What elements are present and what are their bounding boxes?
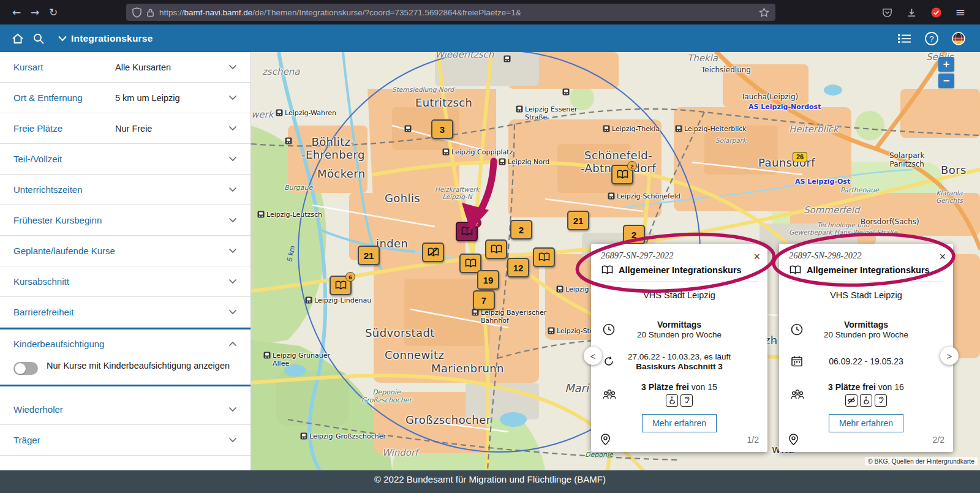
extension-icon[interactable]: [927, 4, 944, 21]
mehr-erfahren-button[interactable]: Mehr erfahren: [642, 414, 717, 432]
clock-icon: [790, 323, 804, 336]
course-marker[interactable]: 7: [473, 290, 495, 310]
map-label-text: Taucha(Leipzig): [741, 92, 798, 101]
close-icon[interactable]: ×: [753, 251, 760, 262]
star-icon[interactable]: [759, 7, 769, 18]
map-station-label: Leipzig-Leutzsch: [257, 211, 322, 219]
course-marker[interactable]: [485, 239, 507, 259]
people-icon: [790, 388, 805, 401]
location-pin-icon[interactable]: [788, 433, 799, 446]
hearing-icon: [680, 394, 693, 407]
map-label-text: Marienbrunn: [431, 362, 504, 375]
calendar-icon: [790, 355, 804, 368]
kinderbeaufsichtigung-toggle[interactable]: [13, 362, 38, 375]
browser-toolbar: ← → ↻ https://bamf-navi.bamf.de/de/Theme…: [0, 0, 980, 24]
filter-row-unterrichtszeiten[interactable]: Unterrichtszeiten: [0, 175, 251, 205]
chevron-down-icon[interactable]: [58, 36, 67, 42]
url-text[interactable]: https://bamf-navi.bamf.de/de/Themen/Inte…: [159, 8, 754, 17]
url-bar[interactable]: https://bamf-navi.bamf.de/de/Themen/Inte…: [126, 4, 775, 21]
map-label-text: Thekla: [687, 53, 718, 64]
map-place-label: Eutritzsch: [415, 96, 472, 109]
course-provider: VHS Stadt Leipzig: [601, 290, 758, 300]
filter-row-teil-vollzeit[interactable]: Teil-/Vollzeit: [0, 144, 251, 175]
list-icon[interactable]: [894, 28, 915, 49]
course-marker-highlighted[interactable]: 2: [456, 222, 478, 241]
help-icon[interactable]: ?: [921, 28, 942, 49]
filter-row-wiederholer[interactable]: Wiederholer: [0, 394, 251, 425]
mehr-erfahren-button[interactable]: Mehr erfahren: [829, 414, 903, 432]
back-button[interactable]: ←: [7, 3, 26, 21]
menu-icon[interactable]: ≡: [952, 4, 969, 21]
url-scheme: https://: [159, 8, 184, 17]
filter-row-fruehester-kursbeginn[interactable]: Frühester Kursbeginn: [0, 205, 251, 236]
pocket-icon[interactable]: [878, 4, 895, 21]
course-marker[interactable]: 21: [358, 246, 380, 265]
forward-button[interactable]: →: [26, 3, 44, 21]
station-icon: [404, 125, 412, 132]
open-book-icon: [490, 244, 503, 254]
zoom-in-button[interactable]: +: [938, 57, 954, 72]
course-title: Allgemeiner Integrationskurs: [807, 265, 930, 275]
zoom-out-button[interactable]: −: [938, 73, 954, 88]
chevron-up-icon: [228, 341, 237, 347]
wheelchair-icon: [666, 394, 678, 407]
reload-button[interactable]: ↻: [44, 3, 62, 21]
course-marker[interactable]: 2: [510, 220, 532, 239]
map-label-text: Solarpark Panitzsch: [889, 151, 924, 168]
open-book-icon: [461, 227, 473, 236]
lock-icon[interactable]: [146, 8, 154, 17]
course-marker[interactable]: 19: [477, 270, 499, 290]
chevron-down-icon: [228, 217, 237, 223]
course-marker[interactable]: 2: [611, 165, 633, 184]
prev-course-button[interactable]: <: [584, 347, 602, 365]
filter-row-kursabschnitt[interactable]: Kursabschnitt: [0, 266, 251, 297]
course-marker[interactable]: 6: [330, 276, 352, 295]
course-marker[interactable]: 21: [567, 211, 589, 230]
course-marker[interactable]: 12: [507, 258, 529, 277]
map-place-label: AS Leipzig-Ost: [795, 178, 850, 186]
filter-row-kursart[interactable]: Kursart Alle Kursarten: [0, 52, 251, 83]
period-dates: 27.06.22 - 10.03.23, es läuft: [617, 352, 742, 361]
close-icon[interactable]: ×: [939, 251, 946, 262]
station-icon: [608, 192, 615, 200]
filter-row-kinderbeaufsichtigung[interactable]: Kinderbeaufsichtigung: [0, 329, 251, 358]
language-globe-icon[interactable]: [948, 28, 969, 49]
filter-row-ort-entfernung[interactable]: Ort & Entfernung 5 km um Leipzig: [0, 83, 251, 113]
filter-row-barrierefreiheit[interactable]: Barrierefreiheit: [0, 297, 251, 328]
map-label-text: AS Leipzig-Nordost: [748, 103, 821, 111]
page-title: Integrationskurse: [71, 33, 153, 44]
map-label-text: Kläranla Gerichts: [936, 189, 963, 204]
location-pin-icon[interactable]: [600, 433, 611, 446]
filter-row-geplante-laufende-kurse[interactable]: Geplante/laufende Kurse: [0, 236, 251, 266]
map-label-text: Leipzig Bayerischer Bahnhof: [481, 309, 546, 325]
course-marker[interactable]: [533, 247, 555, 267]
course-marker[interactable]: 2: [623, 225, 645, 244]
home-icon[interactable]: [7, 28, 28, 49]
course-marker[interactable]: [422, 243, 444, 262]
station-icon: [548, 327, 555, 334]
map-label-text: Parthenaue: [840, 186, 879, 194]
filter-row-freie-plaetze[interactable]: Freie Plätze Nur Freie: [0, 113, 251, 144]
station-icon: [442, 148, 450, 156]
card-pager: 2/2: [933, 435, 944, 445]
filter-row-traeger[interactable]: Träger: [0, 425, 251, 456]
map-place-label: Teichsiedlung: [701, 66, 751, 74]
map[interactable]: WiederitzschTheklaTeichsiedlungSehliszsc…: [251, 52, 980, 470]
map-place-label: Wiederitzsch: [435, 52, 494, 61]
chevron-down-icon: [228, 309, 237, 315]
map-label-text: Leipzig-Heiterblick: [684, 126, 747, 134]
seats-total: von 16: [878, 382, 904, 392]
shield-icon[interactable]: [132, 7, 141, 18]
map-place-label: Taucha(Leipzig): [741, 92, 798, 101]
road-number-badge: 26: [793, 152, 807, 162]
course-title: Allgemeiner Integrationskurs: [619, 265, 742, 275]
filter-value: Nur Freie: [115, 124, 152, 134]
station-icon: [516, 105, 523, 113]
next-course-button[interactable]: >: [940, 347, 959, 365]
toggle-label: Nur Kurse mit Kinderbeaufsichtigung anze…: [47, 360, 230, 372]
search-icon[interactable]: [28, 28, 49, 49]
map-label-text: Großzschocher: [405, 413, 491, 426]
download-icon[interactable]: [903, 4, 920, 21]
course-marker[interactable]: 3: [431, 119, 453, 139]
course-id: 26897-SN-298-2022: [789, 250, 943, 261]
